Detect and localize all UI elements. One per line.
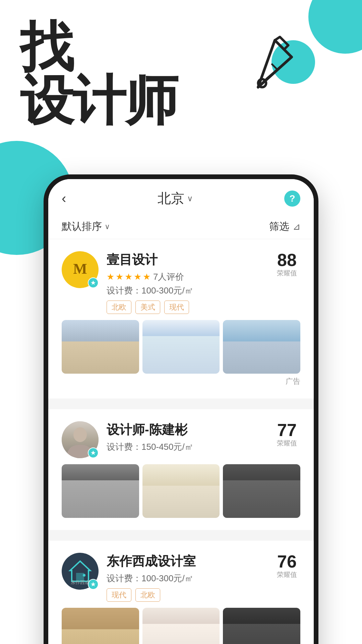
star-3: ★ <box>125 272 132 282</box>
svg-text:东作西成: 东作西成 <box>71 580 89 585</box>
score-box-chen: 77 荣耀值 <box>274 421 300 448</box>
designer-name-dongzuo: 东作西成设计室 <box>107 553 196 570</box>
designer-name-yimu: 壹目设计 <box>107 251 193 268</box>
design-fee-chen: 设计费：150-450元/㎡ <box>107 441 193 453</box>
designer-card-dongzuo[interactable]: 东作西成 东作西成设计室 设计费：100-300元/㎡ <box>48 541 314 644</box>
help-button[interactable]: ? <box>284 191 300 207</box>
room-images-dongzuo <box>62 608 300 644</box>
tag-dongzuo-nordic[interactable]: 北欧 <box>135 588 160 602</box>
design-fee-yimu: 设计费：100-300元/㎡ <box>107 285 193 297</box>
avatar-wrap-chen <box>62 421 99 458</box>
designer-list: M 壹目设计 ★ <box>48 239 314 644</box>
score-label-yimu: 荣耀值 <box>274 269 300 278</box>
room-image-chen-1[interactable] <box>62 464 139 518</box>
filter-funnel-icon: ⊿ <box>293 221 300 232</box>
avatar-badge-chen <box>88 447 99 458</box>
app-header: ‹ 北京 ∨ ? <box>48 179 314 214</box>
score-box-yimu: 88 荣耀值 <box>274 251 300 278</box>
score-box-dongzuo: 76 荣耀值 <box>274 553 300 579</box>
design-fee-dongzuo: 设计费：100-300元/㎡ <box>107 573 196 584</box>
star-1: ★ <box>107 272 114 282</box>
svg-point-2 <box>73 427 87 442</box>
score-number-dongzuo: 76 <box>274 553 300 570</box>
pen-icon-container <box>248 34 315 101</box>
room-image-2[interactable] <box>142 320 220 374</box>
tag-dongzuo-modern[interactable]: 现代 <box>107 588 131 602</box>
avatar-wrap-dongzuo: 东作西成 <box>62 553 99 590</box>
designer-card-chen[interactable]: 设计师-陈建彬 设计费：150-450元/㎡ 77 荣耀值 <box>48 409 314 535</box>
tag-modern[interactable]: 现代 <box>164 301 189 314</box>
card-info-chen: 设计师-陈建彬 设计费：150-450元/㎡ <box>107 421 193 457</box>
city-dropdown-arrow: ∨ <box>187 194 193 203</box>
phone-wrapper: ‹ 北京 ∨ ? 默认排序 ∨ 筛选 ⊿ <box>0 174 362 644</box>
star-4: ★ <box>134 272 141 282</box>
tag-nordic[interactable]: 北欧 <box>107 301 131 314</box>
svg-text:M: M <box>73 261 87 277</box>
sort-selector[interactable]: 默认排序 ∨ <box>62 220 110 233</box>
filter-button[interactable]: 筛选 ⊿ <box>269 220 300 233</box>
score-number-chen: 77 <box>274 421 300 439</box>
header-city-selector[interactable]: 北京 ∨ <box>158 189 193 208</box>
review-count-yimu: 7人评价 <box>153 271 184 283</box>
avatar-wrap-yimu: M <box>62 251 99 288</box>
designer-name-chen: 设计师-陈建彬 <box>107 421 193 438</box>
filter-label-text: 筛选 <box>269 220 289 233</box>
avatar-badge-yimu <box>88 277 99 288</box>
card-info-yimu: 壹目设计 ★ ★ ★ ★ ★ 7人评价 <box>107 251 193 314</box>
room-image-1[interactable] <box>62 320 139 374</box>
stars-row-yimu: ★ ★ ★ ★ ★ 7人评价 <box>107 271 193 283</box>
filter-bar: 默认排序 ∨ 筛选 ⊿ <box>48 214 314 239</box>
score-label-chen: 荣耀值 <box>274 439 300 448</box>
tags-dongzuo: 现代 北欧 <box>107 588 196 602</box>
sort-label-text: 默认排序 <box>62 220 102 233</box>
star-5: ★ <box>143 272 150 282</box>
room-images-chen <box>62 464 300 518</box>
star-2: ★ <box>116 272 123 282</box>
pen-nib-icon <box>248 34 302 94</box>
ad-label-yimu: 广告 <box>62 374 300 386</box>
avatar-badge-dongzuo <box>88 579 99 590</box>
header-city-name: 北京 <box>158 189 184 208</box>
svg-point-5 <box>83 574 85 577</box>
sort-dropdown-arrow: ∨ <box>105 222 110 231</box>
back-button[interactable]: ‹ <box>62 191 66 206</box>
score-number-yimu: 88 <box>274 251 300 269</box>
room-image-chen-3[interactable] <box>223 464 300 518</box>
score-label-dongzuo: 荣耀值 <box>274 570 300 579</box>
card-info-dongzuo: 东作西成设计室 设计费：100-300元/㎡ 现代 北欧 <box>107 553 196 602</box>
room-images-yimu <box>62 320 300 374</box>
room-image-3[interactable] <box>223 320 300 374</box>
hero-section: 找 设计师 <box>0 0 362 174</box>
stars-yimu: ★ ★ ★ ★ ★ <box>107 272 150 282</box>
tag-american[interactable]: 美式 <box>135 301 160 314</box>
designer-card-yimu[interactable]: M 壹目设计 ★ <box>48 239 314 404</box>
room-image-dongzuo-2[interactable] <box>142 608 220 644</box>
room-image-dongzuo-1[interactable] <box>62 608 139 644</box>
phone-mockup: ‹ 北京 ∨ ? 默认排序 ∨ 筛选 ⊿ <box>44 174 318 644</box>
tags-yimu: 北欧 美式 现代 <box>107 301 193 314</box>
room-image-chen-2[interactable] <box>142 464 220 518</box>
room-image-dongzuo-3[interactable] <box>223 608 300 644</box>
